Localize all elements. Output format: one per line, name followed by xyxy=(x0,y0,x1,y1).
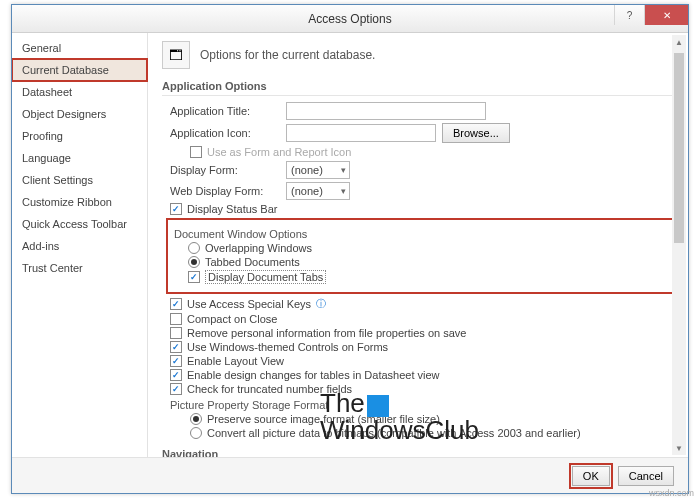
ok-button[interactable]: OK xyxy=(572,466,610,486)
vertical-scrollbar[interactable]: ▲ ▼ xyxy=(672,35,686,455)
tabbed-documents-label: Tabbed Documents xyxy=(205,256,300,268)
dialog-footer: OK Cancel xyxy=(12,457,688,493)
design-changes-label: Enable design changes for tables in Data… xyxy=(187,369,440,381)
sidebar: General Current Database Datasheet Objec… xyxy=(12,33,148,457)
app-icon-input[interactable] xyxy=(286,124,436,142)
help-button[interactable]: ? xyxy=(614,5,644,25)
convert-bitmaps-label: Convert all picture data to bitmaps (com… xyxy=(207,427,581,439)
overlapping-windows-label: Overlapping Windows xyxy=(205,242,312,254)
use-as-icon-label: Use as Form and Report Icon xyxy=(207,146,351,158)
app-title-input[interactable] xyxy=(286,102,486,120)
document-window-options-group: Document Window Options Overlapping Wind… xyxy=(166,218,674,294)
special-keys-checkbox[interactable] xyxy=(170,298,182,310)
sidebar-item-object-designers[interactable]: Object Designers xyxy=(12,103,147,125)
windows-themed-label: Use Windows-themed Controls on Forms xyxy=(187,341,388,353)
main-panel: 🗔 Options for the current database. Appl… xyxy=(148,33,688,457)
convert-bitmaps-radio[interactable] xyxy=(190,427,202,439)
scroll-up-arrow[interactable]: ▲ xyxy=(672,35,686,49)
special-keys-label: Use Access Special Keys xyxy=(187,298,311,310)
display-status-bar-label: Display Status Bar xyxy=(187,203,277,215)
sidebar-item-language[interactable]: Language xyxy=(12,147,147,169)
display-form-label: Display Form: xyxy=(170,164,280,176)
app-title-label: Application Title: xyxy=(170,105,280,117)
sidebar-item-current-database[interactable]: Current Database xyxy=(12,59,147,81)
sidebar-item-client-settings[interactable]: Client Settings xyxy=(12,169,147,191)
overlapping-windows-radio[interactable] xyxy=(188,242,200,254)
close-button[interactable]: ✕ xyxy=(644,5,688,25)
section-navigation: Navigation xyxy=(162,445,674,457)
design-changes-checkbox[interactable] xyxy=(170,369,182,381)
titlebar[interactable]: Access Options ? ✕ xyxy=(12,5,688,33)
display-status-bar-checkbox[interactable] xyxy=(170,203,182,215)
display-form-combo[interactable]: (none) xyxy=(286,161,350,179)
tabbed-documents-radio[interactable] xyxy=(188,256,200,268)
compact-label: Compact on Close xyxy=(187,313,278,325)
scroll-thumb[interactable] xyxy=(674,53,684,243)
windows-themed-checkbox[interactable] xyxy=(170,341,182,353)
scroll-down-arrow[interactable]: ▼ xyxy=(672,441,686,455)
cancel-button[interactable]: Cancel xyxy=(618,466,674,486)
sidebar-item-proofing[interactable]: Proofing xyxy=(12,125,147,147)
sidebar-item-quick-access-toolbar[interactable]: Quick Access Toolbar xyxy=(12,213,147,235)
access-options-dialog: Access Options ? ✕ General Current Datab… xyxy=(11,4,689,494)
web-display-form-label: Web Display Form: xyxy=(170,185,280,197)
web-display-form-combo[interactable]: (none) xyxy=(286,182,350,200)
compact-checkbox[interactable] xyxy=(170,313,182,325)
preserve-source-radio[interactable] xyxy=(190,413,202,425)
display-document-tabs-label: Display Document Tabs xyxy=(205,270,326,284)
truncated-checkbox[interactable] xyxy=(170,383,182,395)
page-description: Options for the current database. xyxy=(200,48,375,62)
sidebar-item-datasheet[interactable]: Datasheet xyxy=(12,81,147,103)
picture-heading: Picture Property Storage Format xyxy=(170,399,674,411)
layout-view-checkbox[interactable] xyxy=(170,355,182,367)
sidebar-item-customize-ribbon[interactable]: Customize Ribbon xyxy=(12,191,147,213)
sidebar-item-general[interactable]: General xyxy=(12,37,147,59)
doc-window-heading: Document Window Options xyxy=(174,228,666,240)
display-document-tabs-checkbox[interactable] xyxy=(188,271,200,283)
layout-view-label: Enable Layout View xyxy=(187,355,284,367)
attribution: wsxdn.com xyxy=(649,488,694,498)
section-app-options: Application Options xyxy=(162,77,674,96)
truncated-label: Check for truncated number fields xyxy=(187,383,352,395)
remove-personal-checkbox[interactable] xyxy=(170,327,182,339)
sidebar-item-trust-center[interactable]: Trust Center xyxy=(12,257,147,279)
sidebar-item-add-ins[interactable]: Add-ins xyxy=(12,235,147,257)
use-as-icon-checkbox xyxy=(190,146,202,158)
remove-personal-label: Remove personal information from file pr… xyxy=(187,327,466,339)
browse-button[interactable]: Browse... xyxy=(442,123,510,143)
window-title: Access Options xyxy=(12,12,688,26)
preserve-source-label: Preserve source image format (smaller fi… xyxy=(207,413,440,425)
app-icon-label: Application Icon: xyxy=(170,127,280,139)
page-icon: 🗔 xyxy=(162,41,190,69)
